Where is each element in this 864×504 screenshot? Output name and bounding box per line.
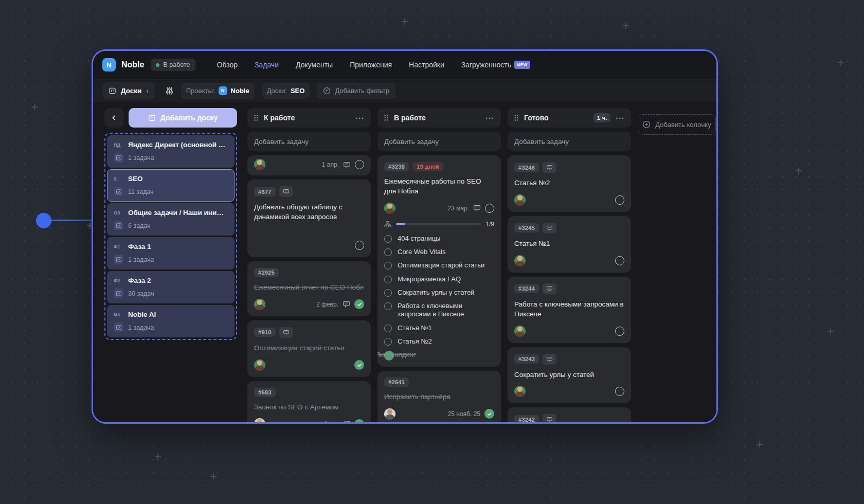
subtask-checkbox[interactable] (384, 262, 392, 269)
drag-handle-icon[interactable] (384, 114, 389, 121)
kanban-column: В работе ... Добавить задачу #323819 дне… (377, 108, 501, 423)
project-status-badge[interactable]: В работе (151, 59, 195, 71)
subtask-checkbox[interactable] (384, 289, 392, 297)
filter-sliders-icon[interactable] (165, 86, 174, 95)
subtask-item[interactable]: Сократить урлы у статей (384, 289, 494, 297)
add-task-input[interactable]: Добавить задачу (508, 132, 631, 151)
status-done-icon[interactable] (484, 409, 494, 419)
status-circle[interactable] (615, 195, 624, 205)
comment-icon (543, 283, 556, 294)
collapse-sidebar-button[interactable] (104, 108, 124, 128)
column-menu-button[interactable]: ... (355, 116, 365, 119)
nav-item-4[interactable]: Настройки (409, 61, 444, 69)
board-title: Фаза 2 (128, 277, 151, 284)
board-task-count: 1 задача (128, 324, 154, 331)
boards-view-button[interactable]: Доски › (102, 82, 155, 99)
board-item[interactable]: ЯД Яндекс Директ (основной сайт) 1 задач… (107, 135, 235, 168)
due-date: 2 февр. (316, 301, 338, 308)
task-card[interactable]: #910Оптимизация старой статьи (247, 320, 371, 377)
app-window: N Noble В работе ОбзорЗадачиДокументыПри… (92, 49, 718, 424)
nav-item-5[interactable]: ЗагруженностьNEW (461, 61, 530, 69)
comment-icon (543, 223, 556, 233)
avatar (514, 386, 526, 397)
add-column-button[interactable]: Добавить колонку (638, 114, 716, 135)
subtask-item[interactable]: Работа с ключевыми запросами в Пикселе (384, 302, 494, 319)
board-item[interactable]: ОЗ Общие задачи / Наши инициати... 6 зад… (107, 203, 235, 236)
subtask-checkbox[interactable] (384, 276, 392, 283)
filter-chip-boards[interactable]: Доски: SEO (262, 83, 310, 99)
task-card[interactable]: #3243Сократить урлы у статей (508, 347, 631, 404)
task-card[interactable]: #3246Статья №2 (508, 155, 631, 212)
subtask-item[interactable]: Core Web Vitals (384, 248, 494, 256)
task-card[interactable]: #683Звонок по SEO с Артемом1 апр. 25 (247, 381, 371, 423)
board-item[interactable]: Ф1 Фаза 1 1 задача (107, 237, 235, 269)
nav-item-0[interactable]: Обзор (217, 61, 238, 69)
task-card[interactable]: 1 апр. (247, 155, 371, 175)
task-id-badge: #2925 (254, 268, 279, 277)
background-plus-mark: + (827, 325, 834, 337)
board-item[interactable]: S SEO 11 задач (107, 169, 235, 202)
due-date: 23 мар. (447, 205, 469, 212)
task-card[interactable]: #3245Статья №1 (508, 216, 631, 273)
status-circle[interactable] (355, 241, 364, 250)
filter-bar: Доски › Проекты: N Noble Доски: SEO Доба… (93, 79, 716, 102)
add-board-button[interactable]: Добавить доску (129, 108, 237, 128)
status-done-icon[interactable] (354, 299, 364, 309)
subtask-checkbox[interactable] (384, 235, 392, 243)
column-header[interactable]: Готово 1 ч. ... (508, 108, 631, 128)
progress-label: 1/9 (485, 221, 494, 228)
kanban-column: Готово 1 ч. ... Добавить задачу #3246Ста… (508, 108, 631, 423)
task-card[interactable]: #3242Микроразметка FAQ (508, 407, 631, 423)
status-done-icon[interactable] (354, 419, 364, 423)
task-card[interactable]: #3244Работа с ключевыми запросами в Пикс… (508, 277, 631, 343)
overdue-badge: 19 дней (412, 162, 443, 171)
task-title: Ежемесячные работы по SEO для Нобла (384, 177, 494, 196)
comment-icon (279, 327, 293, 338)
nav-item-3[interactable]: Приложения (350, 61, 392, 69)
status-circle[interactable] (485, 204, 494, 213)
kanban-icon (114, 322, 123, 332)
filter-chip-projects[interactable]: Проекты: N Noble (181, 83, 255, 99)
column-menu-button[interactable]: ... (616, 116, 625, 119)
subtask-item[interactable]: Статья №1 (384, 324, 494, 332)
subtask-item[interactable]: Статья №2 (384, 337, 494, 346)
add-task-input[interactable]: Добавить задачу (377, 132, 501, 151)
task-card[interactable]: #323819 днейЕжемесячные работы по SEO дл… (377, 155, 501, 367)
subtask-checkbox[interactable] (384, 248, 392, 256)
status-done-icon[interactable] (354, 360, 364, 370)
drag-handle-icon[interactable] (514, 114, 519, 121)
add-task-input[interactable]: Добавить задачу (247, 132, 371, 151)
progress-track[interactable] (396, 223, 481, 225)
task-card[interactable]: #2641Исправить партнёра25 нояб. 25 (377, 371, 501, 423)
status-circle[interactable] (615, 327, 624, 336)
column-header[interactable]: К работе ... (247, 108, 371, 128)
subtask-checkbox[interactable] (384, 325, 392, 332)
card-list: #323819 днейЕжемесячные работы по SEO дл… (377, 155, 501, 423)
column-header[interactable]: В работе ... (377, 108, 501, 128)
project-logo[interactable]: N (102, 58, 116, 71)
task-card[interactable]: #677Добавить общую таблицу с динамикой в… (247, 179, 371, 257)
status-circle[interactable] (615, 256, 624, 265)
subtask-item[interactable]: 404 страницы (384, 235, 494, 243)
status-circle[interactable] (355, 160, 364, 169)
add-filter-button[interactable]: Добавить фильтр (317, 83, 395, 99)
column-menu-button[interactable]: ... (485, 116, 495, 119)
nav-item-1[interactable]: Задачи (255, 61, 279, 69)
boards-filter-label: Доски: (267, 87, 287, 95)
nav-item-2[interactable]: Документы (296, 61, 333, 69)
board-title: Noble AI (128, 311, 156, 318)
subtask-checkbox[interactable] (384, 302, 392, 310)
subtask-checkbox[interactable] (384, 338, 392, 346)
avatar (254, 159, 265, 170)
board-item[interactable]: Ф2 Фаза 2 30 задач (107, 271, 235, 303)
task-card[interactable]: #2925Ежемесячный отчет по СЕО Нобл2 февр… (247, 261, 371, 316)
kanban-icon (148, 114, 156, 122)
drag-handle-icon[interactable] (254, 114, 259, 121)
subtask-label: Оптимизация старой статьи (398, 261, 484, 269)
chevron-right-icon: › (146, 87, 148, 95)
subtask-item[interactable]: Линкбилдинг (384, 351, 394, 361)
subtask-item[interactable]: Оптимизация старой статьи (384, 261, 494, 269)
subtask-item[interactable]: Микроразметка FAQ (384, 275, 494, 283)
board-item[interactable]: NA Noble AI 1 задача (107, 305, 235, 337)
status-circle[interactable] (615, 387, 624, 396)
